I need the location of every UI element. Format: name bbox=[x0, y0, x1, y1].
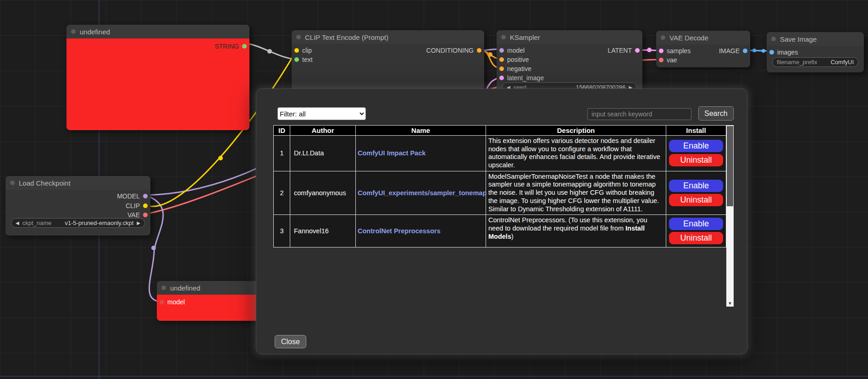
extension-link[interactable]: ComfyUI Impact Pack bbox=[358, 149, 426, 157]
filter-select[interactable]: Filter: all bbox=[277, 107, 366, 120]
close-button[interactable]: Close bbox=[275, 335, 306, 348]
model-output-dot[interactable] bbox=[143, 194, 148, 198]
canvas-axis-horizontal bbox=[0, 376, 868, 377]
node-missing-bottom[interactable]: undefined model bbox=[157, 281, 260, 321]
node-title: undefined bbox=[170, 284, 200, 292]
cell-description: ModelSamplerTonemapNoiseTest a node that… bbox=[486, 171, 666, 214]
search-button[interactable]: Search bbox=[698, 106, 734, 121]
slot-row: model bbox=[157, 297, 260, 307]
extension-link[interactable]: ControlNet Preprocessors bbox=[358, 227, 441, 235]
wire-dot bbox=[647, 48, 652, 52]
output-label: STRING bbox=[215, 43, 239, 50]
vae-output-dot[interactable] bbox=[143, 213, 148, 217]
negative-input-dot[interactable] bbox=[499, 66, 504, 71]
latent-image-input-dot[interactable] bbox=[499, 76, 504, 80]
description-text: ) bbox=[511, 233, 514, 240]
scrollbar-thumb[interactable] bbox=[727, 126, 733, 206]
input-label: latent_image bbox=[507, 74, 544, 82]
images-input-dot[interactable] bbox=[769, 50, 774, 55]
uninstall-button[interactable]: Uninstall bbox=[669, 232, 723, 244]
latent-output-dot[interactable] bbox=[635, 48, 640, 53]
node-collapse-dot[interactable] bbox=[71, 29, 76, 34]
cell-install: EnableUninstall bbox=[666, 136, 726, 171]
input-label: samples bbox=[667, 47, 691, 55]
extension-row: 3Fannovel16ControlNet PreprocessorsContr… bbox=[274, 215, 726, 247]
enable-button[interactable]: Enable bbox=[669, 140, 723, 152]
node-save-image[interactable]: Save Image images filename_prefix ComfyU… bbox=[767, 32, 864, 72]
samples-input-dot[interactable] bbox=[659, 49, 663, 53]
table-header-row: ID Author Name Description Install bbox=[274, 126, 726, 136]
node-vae-decode[interactable]: VAE Decode samples IMAGE vae bbox=[656, 31, 750, 67]
node-load-checkpoint[interactable]: Load Checkpoint MODEL CLIP VAE ◀ ckpt_na… bbox=[6, 176, 150, 236]
uninstall-button[interactable]: Uninstall bbox=[669, 194, 723, 206]
wire-string bbox=[244, 44, 297, 59]
extension-row: 1Dr.Lt.DataComfyUI Impact PackThis exten… bbox=[274, 136, 726, 171]
slot-row: samples IMAGE bbox=[656, 46, 750, 55]
enable-button[interactable]: Enable bbox=[669, 218, 723, 230]
next-arrow-icon[interactable]: ▶ bbox=[137, 220, 140, 225]
text-input-dot[interactable] bbox=[294, 57, 299, 62]
node-titlebar: undefined bbox=[157, 281, 260, 295]
string-output-dot[interactable] bbox=[242, 44, 247, 49]
slot-row: negative bbox=[497, 64, 642, 73]
previous-arrow-icon[interactable]: ◀ bbox=[16, 220, 19, 225]
node-collapse-dot[interactable] bbox=[771, 37, 776, 41]
enable-button[interactable]: Enable bbox=[669, 180, 723, 192]
cell-install: EnableUninstall bbox=[666, 171, 726, 214]
node-ksampler[interactable]: KSampler model LATENT positive negative … bbox=[497, 30, 642, 94]
cell-id: 1 bbox=[274, 136, 290, 171]
uninstall-button[interactable]: Uninstall bbox=[669, 154, 723, 166]
clip-output-dot[interactable] bbox=[143, 203, 148, 208]
node-collapse-dot[interactable] bbox=[501, 35, 506, 39]
node-titlebar: VAE Decode bbox=[656, 31, 750, 44]
slot-row: text bbox=[292, 55, 484, 64]
conditioning-output-dot[interactable] bbox=[477, 48, 481, 53]
wire-dot bbox=[752, 49, 756, 52]
table-scrollbar[interactable]: ▼ bbox=[726, 125, 734, 307]
widget-label: filename_prefix bbox=[777, 59, 817, 66]
node-collapse-dot[interactable] bbox=[161, 286, 166, 290]
extension-link[interactable]: ComfyUI_experiments/sampler_tonemap bbox=[358, 189, 487, 197]
scroll-down-arrow-icon[interactable]: ▼ bbox=[726, 300, 734, 307]
cell-id: 3 bbox=[274, 215, 290, 247]
extension-row: 2comfyanonymousComfyUI_experiments/sampl… bbox=[274, 171, 726, 214]
node-missing-top[interactable]: undefined STRING bbox=[66, 25, 249, 130]
output-label: CLIP bbox=[126, 202, 140, 209]
wire-dot bbox=[267, 49, 272, 54]
image-output-dot[interactable] bbox=[743, 49, 747, 53]
ckpt-name-widget[interactable]: ◀ ckpt_name v1-5-pruned-emaonly.ckpt ▶ bbox=[11, 218, 145, 228]
node-titlebar: Save Image bbox=[767, 32, 864, 46]
description-text: This extension offers various detector n… bbox=[488, 137, 660, 169]
output-label: LATENT bbox=[608, 47, 632, 54]
node-clip-text-encode[interactable]: CLIP Text Encode (Prompt) clip CONDITION… bbox=[292, 30, 484, 90]
filename-prefix-widget[interactable]: filename_prefix ComfyUI bbox=[772, 57, 858, 67]
model-input-dot[interactable] bbox=[160, 300, 164, 304]
output-label: MODEL bbox=[117, 192, 140, 200]
slot-row: images bbox=[767, 47, 864, 57]
input-label: positive bbox=[507, 56, 529, 63]
extensions-table: ID Author Name Description Install 1Dr.L… bbox=[273, 125, 734, 307]
node-title: Load Checkpoint bbox=[19, 179, 71, 187]
slot-row: CLIP bbox=[6, 201, 150, 210]
output-label: VAE bbox=[127, 211, 140, 219]
input-label: text bbox=[302, 56, 313, 63]
node-collapse-dot[interactable] bbox=[661, 35, 665, 40]
search-input[interactable] bbox=[587, 108, 691, 120]
input-label: images bbox=[777, 49, 798, 56]
clip-input-dot[interactable] bbox=[294, 48, 299, 53]
header-name: Name bbox=[356, 126, 486, 136]
node-collapse-dot[interactable] bbox=[296, 35, 301, 39]
cell-name: ComfyUI_experiments/sampler_tonemap bbox=[356, 171, 486, 214]
node-titlebar: undefined bbox=[66, 25, 249, 38]
cell-author: Dr.Lt.Data bbox=[290, 136, 356, 171]
header-install: Install bbox=[666, 126, 726, 136]
cell-description: ControlNet Preprocessors. (To use this e… bbox=[486, 215, 666, 247]
node-title: KSampler bbox=[510, 33, 540, 41]
vae-input-dot[interactable] bbox=[659, 58, 663, 62]
positive-input-dot[interactable] bbox=[499, 57, 504, 62]
slot-row: vae bbox=[656, 55, 750, 65]
cell-author: Fannovel16 bbox=[290, 215, 356, 247]
model-input-dot[interactable] bbox=[499, 48, 504, 53]
slot-row: latent_image bbox=[497, 73, 642, 82]
node-collapse-dot[interactable] bbox=[10, 181, 15, 185]
